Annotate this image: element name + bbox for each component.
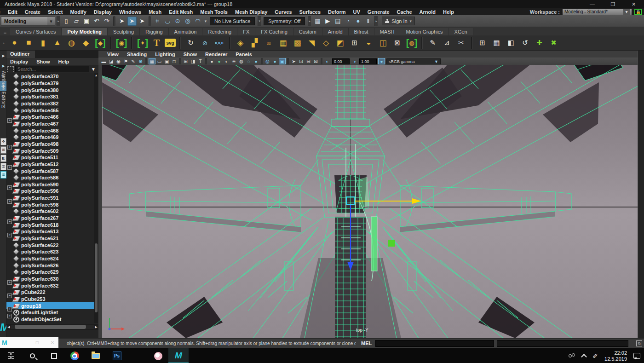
viewport-menu-item[interactable]: Renderer	[201, 52, 231, 57]
outliner-item[interactable]: polySurface621	[6, 235, 94, 242]
wireframe-icon[interactable]: ●	[208, 58, 215, 64]
outliner-item[interactable]: pCube253	[6, 296, 94, 303]
safe-title-icon[interactable]: T	[197, 58, 204, 64]
toolbar-separator[interactable]	[149, 16, 151, 26]
live-surface-field[interactable]: No Live Surface	[210, 17, 255, 25]
outliner-item[interactable]: polySurface468	[6, 127, 94, 134]
film-gate-icon[interactable]: ▭	[156, 58, 163, 64]
group-collapse-handle[interactable]: ▾	[258, 16, 261, 26]
sweep-mesh-icon[interactable]: ◉	[115, 37, 127, 49]
outliner-item[interactable]: polySurface602	[6, 208, 94, 215]
quad-draw-icon[interactable]: ⊠	[391, 37, 403, 49]
start-button[interactable]	[1, 348, 21, 363]
action-center-icon[interactable]	[633, 353, 640, 359]
shelf-tab[interactable]: Animation	[169, 28, 203, 35]
shelf-tab[interactable]: Curves / Surfaces	[10, 28, 62, 35]
menu-item[interactable]: Curves	[271, 9, 295, 15]
gamma-field[interactable]: 1.00	[359, 58, 377, 64]
symmetry-field[interactable]: Symmetry: Off	[264, 17, 305, 25]
target-weld-icon[interactable]: ⊿	[441, 37, 453, 49]
paint-weights-icon[interactable]: ✚	[533, 37, 546, 49]
menu-item[interactable]: Mesh Display	[231, 9, 271, 15]
toolbar-separator[interactable]	[261, 58, 263, 64]
pen-icon[interactable]: ✐	[592, 352, 598, 360]
mel-label[interactable]: MEL	[361, 340, 372, 346]
texture-placement-icon[interactable]: ⊠	[312, 58, 319, 64]
scroll-right-arrow[interactable]: ▶	[94, 325, 98, 329]
select-by-object-icon[interactable]: ➤	[127, 17, 137, 26]
curve-warp-icon[interactable]: ↺	[519, 37, 531, 49]
outliner-menu-item[interactable]: Show	[33, 59, 53, 64]
resolution-gate-icon[interactable]: ▣	[163, 58, 170, 64]
shelf-menu-icon[interactable]: ≡	[0, 30, 10, 35]
combine-icon[interactable]: ◈	[234, 37, 247, 49]
menu-item[interactable]: Select	[44, 9, 66, 15]
smooth-icon[interactable]: ▦	[277, 37, 289, 49]
poly-torus-icon[interactable]: ◍	[65, 37, 78, 49]
outliner-item[interactable]: polySurface469	[6, 134, 94, 141]
outliner-item[interactable]: polySurface623	[6, 248, 94, 255]
background-window-titlebar[interactable]: M — □ ✕	[0, 337, 58, 348]
mirror-icon[interactable]: ⊞	[476, 37, 489, 49]
viewport-menu-item[interactable]: Panels	[231, 52, 256, 57]
group-collapse-handle[interactable]: ▸	[57, 16, 60, 26]
outliner-item[interactable]: polySurface382	[6, 100, 94, 107]
outliner-item[interactable]: polySurface613	[6, 228, 94, 235]
outliner-item[interactable]: polySurface591	[6, 195, 94, 202]
outliner-item[interactable]: polySurface512	[6, 161, 94, 168]
outliner-item[interactable]: polySurface586	[6, 174, 94, 181]
poly-cylinder-icon[interactable]: ▮	[37, 37, 49, 49]
outliner-menu-item[interactable]: Display	[6, 59, 32, 64]
subdivide-icon[interactable]: ▩	[291, 37, 304, 49]
snap-to-surface-icon[interactable]: ◠	[193, 17, 202, 26]
workspace-lock-icon[interactable]: 🔒	[634, 9, 642, 15]
toolbar-separator[interactable]	[113, 16, 115, 26]
select-camera-icon[interactable]: ▬	[100, 58, 107, 64]
xray-icon[interactable]: ●	[271, 58, 278, 64]
viewport-canvas[interactable]: top -Y	[102, 65, 638, 338]
color-management-icon[interactable]: ●	[378, 58, 385, 64]
viewport-menu-item[interactable]: View	[103, 52, 123, 57]
render-current-frame-icon[interactable]: ▦	[313, 17, 322, 26]
toolbar-separator[interactable]	[145, 58, 147, 64]
cut-faces-icon[interactable]: ✂	[455, 37, 467, 49]
outliner-item[interactable]: polySurface370	[6, 73, 94, 80]
shelf-tab[interactable]: FX	[237, 28, 255, 35]
open-scene-icon[interactable]: ▱	[72, 17, 81, 26]
2d-pan-zoom-icon[interactable]: ⊕	[137, 58, 144, 64]
shelf-tab[interactable]: XGen	[449, 28, 473, 35]
shelf-separator[interactable]	[421, 37, 423, 49]
group-collapse-handle[interactable]: ▸	[308, 16, 311, 26]
zero-pivot-icon[interactable]: 0,0,0	[213, 37, 225, 49]
shaded-icon[interactable]: ●	[216, 58, 223, 64]
outliner-item[interactable]: polySurface629	[6, 269, 94, 276]
shelf-tab[interactable]: Sculpting	[108, 28, 140, 35]
scroll-left-arrow[interactable]: ◀	[6, 325, 11, 329]
attribute-editor-tab[interactable]: Attribute Editor	[0, 53, 6, 122]
wireframe-on-shaded-icon[interactable]: ⊡	[298, 58, 305, 64]
shelf-separator[interactable]	[131, 37, 132, 49]
toolbar-separator[interactable]	[321, 58, 322, 64]
shelf-separator[interactable]	[471, 37, 472, 49]
layout-four-pane[interactable]: ⊞	[0, 146, 6, 154]
colorspace-dropdown[interactable]: sRGB gamma ▼	[386, 58, 441, 64]
wrap-icon[interactable]: ◧	[505, 37, 517, 49]
toolbar-separator[interactable]	[287, 58, 289, 64]
outliner-tab[interactable]: Outliner	[6, 51, 35, 58]
layout-single-pane[interactable]: ❖	[0, 138, 6, 145]
menu-item[interactable]: Edit	[4, 9, 21, 15]
grid-toggle-icon[interactable]: ▦	[149, 58, 155, 64]
task-view-icon[interactable]	[44, 348, 64, 363]
chrome-icon[interactable]	[64, 348, 85, 363]
mel-command-input[interactable]	[375, 340, 494, 347]
outliner-item[interactable]: polySurface379	[6, 80, 94, 87]
people-icon[interactable]	[568, 353, 575, 359]
close-button[interactable]: ✕	[623, 0, 644, 8]
outliner-item[interactable]: defaultObjectSet	[6, 316, 94, 323]
scrollbar-thumb[interactable]	[15, 325, 86, 329]
shelf-tab[interactable]: FX Caching	[255, 28, 293, 35]
chevron-down-icon[interactable]: ▼	[89, 67, 98, 72]
curve-star-icon[interactable]: ✦	[136, 37, 149, 49]
shelf-tab[interactable]: Arnold	[322, 28, 349, 35]
shelf-options-icon[interactable]: ◦	[0, 40, 7, 46]
